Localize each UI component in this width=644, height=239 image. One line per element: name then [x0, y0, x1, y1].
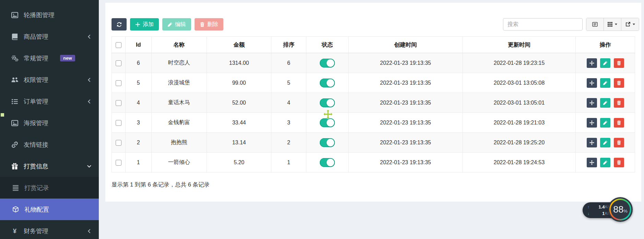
row-move-button[interactable] — [587, 98, 597, 108]
gift-icon — [10, 163, 19, 170]
network-speed-widget[interactable]: ↑ 1.4 K/s ↓ 1 K/s 88% — [583, 197, 644, 224]
search-input[interactable] — [503, 18, 583, 31]
new-badge: new — [60, 55, 75, 61]
upload-speed-value: 1.4 — [598, 204, 605, 210]
record-summary: 显示第 1 到第 6 条记录，总共 6 条记录 — [112, 181, 210, 189]
status-toggle-on[interactable] — [320, 158, 335, 167]
cell-created-time: 2022-01-23 19:13:35 — [349, 113, 463, 133]
angle-left-icon — [87, 99, 92, 104]
delete-button[interactable]: 删除 — [195, 18, 223, 31]
cell-sort: 2 — [271, 133, 306, 153]
row-edit-button[interactable] — [600, 138, 610, 147]
caret-down-icon — [614, 23, 618, 25]
row-edit-button[interactable] — [600, 118, 610, 128]
add-button[interactable]: 添加 — [130, 18, 159, 31]
row-checkbox[interactable] — [116, 160, 121, 166]
cell-updated-time: 2022-03-01 13:05:01 — [462, 93, 576, 113]
row-checkbox[interactable] — [116, 120, 121, 126]
cell-id: 3 — [126, 113, 151, 133]
trash-icon — [617, 81, 621, 85]
cell-created-time: 2022-01-23 19:13:35 — [349, 93, 463, 113]
row-move-button[interactable] — [587, 118, 597, 128]
cell-created-time: 2022-01-23 19:13:35 — [349, 73, 463, 93]
sidebar-item-orders[interactable]: 订单管理 — [0, 91, 99, 112]
select-all-checkbox[interactable] — [116, 42, 121, 48]
refresh-button[interactable] — [112, 18, 127, 31]
row-checkbox[interactable] — [116, 100, 121, 106]
sidebar-item-posters[interactable]: 海报管理 — [0, 112, 99, 134]
cell-id: 2 — [126, 133, 151, 153]
move-arrows-icon — [589, 100, 594, 105]
detail-view-icon — [592, 22, 598, 27]
col-header-id: Id — [126, 37, 151, 53]
trash-icon — [200, 22, 205, 27]
row-edit-button[interactable] — [600, 98, 610, 108]
sidebar-item-friend-links[interactable]: 友情链接 — [0, 134, 99, 155]
row-checkbox[interactable] — [116, 80, 121, 86]
chevron-icon — [87, 142, 92, 147]
row-checkbox[interactable] — [116, 60, 121, 66]
records-bars-icon — [11, 184, 20, 191]
sidebar-item-label: 礼物配置 — [24, 205, 49, 214]
sidebar-item-permission[interactable]: 权限管理 — [0, 69, 99, 91]
pencil-icon — [603, 61, 608, 65]
col-header-amount: 金额 — [207, 37, 271, 53]
status-toggle-on[interactable] — [320, 138, 335, 147]
move-arrows-icon — [589, 61, 594, 65]
row-edit-button[interactable] — [600, 58, 610, 68]
cell-name: 金钱豹富 — [151, 113, 207, 133]
sidebar-item-reward-info[interactable]: 打赏信息 — [0, 155, 99, 177]
row-edit-button[interactable] — [600, 158, 610, 167]
columns-button[interactable] — [604, 18, 621, 31]
sidebar-item-label: 商品管理 — [24, 33, 48, 41]
users-icon — [10, 76, 19, 83]
sidebar-item-goods[interactable]: 商品管理 — [0, 26, 99, 47]
chevron-icon — [87, 207, 92, 212]
cell-updated-time: 2022-01-28 19:24:53 — [462, 153, 576, 172]
gears-icon — [10, 55, 19, 62]
cell-name: 时空恋人 — [151, 53, 207, 73]
export-button[interactable] — [621, 18, 639, 31]
sidebar-item-label: 订单管理 — [24, 97, 48, 106]
sidebar-item-reward-records[interactable]: 打赏记录 — [0, 177, 99, 199]
sidebar: 轮播图管理 商品管理 常规管理 new 权限管理 订单管理 海报管理 友情链接 … — [0, 0, 99, 239]
row-delete-button[interactable] — [614, 58, 624, 68]
col-header-actions: 操作 — [576, 37, 635, 53]
status-toggle-on[interactable] — [320, 118, 335, 127]
table-row: 4 童话木马 52.00 4 2022-01-23 19:13:35 2022-… — [112, 93, 635, 113]
sidebar-item-gift-config[interactable]: 礼物配置 — [0, 199, 99, 220]
trash-icon — [617, 61, 621, 65]
edit-button[interactable]: 编辑 — [162, 18, 191, 31]
row-edit-button[interactable] — [600, 78, 610, 88]
move-arrows-icon — [589, 140, 594, 145]
status-toggle-on[interactable] — [320, 79, 335, 87]
pencil-icon — [603, 100, 608, 105]
pencil-icon — [603, 160, 608, 165]
toggle-knob — [327, 119, 334, 127]
cell-created-time: 2022-01-23 19:13:35 — [349, 53, 463, 73]
sidebar-item-finance[interactable]: 财务管理 — [0, 220, 99, 239]
row-move-button[interactable] — [587, 138, 597, 147]
plus-icon — [135, 22, 140, 27]
sidebar-item-general[interactable]: 常规管理 new — [0, 47, 99, 69]
cell-amount: 33.44 — [207, 113, 271, 133]
row-delete-button[interactable] — [614, 118, 624, 128]
row-move-button[interactable] — [587, 158, 597, 167]
sidebar-item-carousel[interactable]: 轮播图管理 — [0, 4, 99, 26]
detail-view-button[interactable] — [586, 18, 604, 31]
cell-sort: 4 — [271, 93, 306, 113]
row-move-button[interactable] — [587, 58, 597, 68]
row-delete-button[interactable] — [614, 138, 624, 147]
status-toggle-on[interactable] — [320, 98, 335, 107]
row-delete-button[interactable] — [614, 78, 624, 88]
table-header-row: Id 名称 金额 排序 状态 创建时间 更新时间 操作 — [112, 37, 635, 53]
row-delete-button[interactable] — [614, 98, 624, 108]
status-toggle-on[interactable] — [320, 59, 335, 68]
pencil-icon — [167, 22, 173, 27]
row-delete-button[interactable] — [614, 158, 624, 167]
angle-down-icon — [87, 164, 92, 169]
row-checkbox[interactable] — [116, 140, 121, 146]
row-move-button[interactable] — [587, 78, 597, 88]
cell-amount: 99.00 — [207, 73, 271, 93]
chevron-icon — [87, 13, 92, 17]
